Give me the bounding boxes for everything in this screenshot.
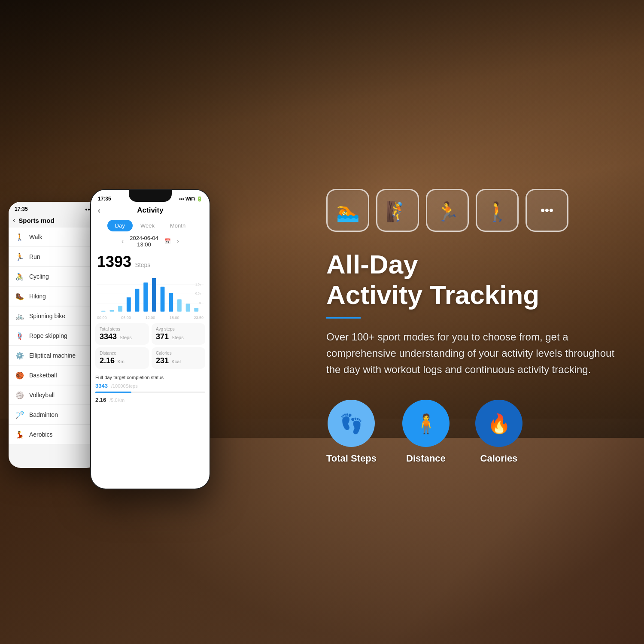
total-steps-label: Total Steps <box>326 453 377 464</box>
date-navigator: ‹ 2024-06-04 13:00 📅 › <box>91 233 210 249</box>
sport-item-icon: 🚲 <box>15 311 25 321</box>
sports-mode-title: Sports mod <box>18 217 54 224</box>
distance-target-goal: /5.0Km <box>109 398 125 403</box>
status-icons: ▪▪▪ WiFi 🔋 <box>179 196 203 202</box>
sports-mode-phone: 17:35 ●●● ‹ Sports mod 🚶Walk🏃Run🚴Cycling… <box>9 202 99 468</box>
sport-item-icon: ⚙️ <box>15 350 25 361</box>
content-wrapper: 17:35 ●●● ‹ Sports mod 🚶Walk🏃Run🚴Cycling… <box>0 0 644 644</box>
sport-item-icon: 🏐 <box>15 390 25 400</box>
steps-target-row: 3343 /10000Steps <box>95 383 205 389</box>
distance-circle: 🧍 <box>402 400 450 447</box>
distance-label: Distance <box>406 453 446 464</box>
svg-rect-7 <box>135 289 140 312</box>
sport-list-item[interactable]: 🚴Cycling <box>9 267 99 286</box>
x-label-4: 23:59 <box>194 316 204 320</box>
activity-title: Activity <box>137 206 163 215</box>
total-steps-feature: 👣 Total Steps <box>326 400 377 464</box>
activity-back-icon[interactable]: ‹ <box>98 206 100 215</box>
sport-item-name: Volleyball <box>29 392 55 398</box>
climbing-sport-icon: 🧗 <box>385 197 410 223</box>
sport-item-icon: 🏸 <box>15 410 25 420</box>
chart-x-labels: 00:00 06:00 12:00 18:00 23:59 <box>91 316 210 320</box>
steps-target-value: 3343 <box>95 383 108 389</box>
calories-circle: 🔥 <box>475 400 522 447</box>
chart-svg: 1.0k 0.6k 0 <box>97 274 204 314</box>
target-section: Full-day target completion status 3343 /… <box>91 372 210 406</box>
svg-rect-6 <box>127 297 131 311</box>
sport-item-name: Run <box>29 253 40 260</box>
svg-rect-14 <box>194 308 198 312</box>
distance-value: 2.16 Km <box>100 356 145 365</box>
sport-list-item[interactable]: 💃Aerobics <box>9 425 99 444</box>
sport-item-name: Badminton <box>29 411 58 418</box>
calories-value: 231 Kcal <box>156 356 201 365</box>
svg-text:🚶: 🚶 <box>486 200 509 223</box>
sport-item-icon: 🚴 <box>15 271 25 282</box>
back-arrow-icon[interactable]: ‹ <box>13 216 15 224</box>
running-icon-box: 🏃 <box>426 189 469 232</box>
swimming-sport-icon: 🏊 <box>335 197 361 223</box>
svg-rect-4 <box>110 310 114 312</box>
svg-rect-12 <box>177 299 182 312</box>
sport-list-item[interactable]: ⚙️Elliptical machine <box>9 346 99 365</box>
sport-item-icon: 🥾 <box>15 291 25 301</box>
svg-rect-3 <box>101 311 106 312</box>
sport-list-item[interactable]: 🏀Basketball <box>9 366 99 385</box>
svg-rect-5 <box>118 306 122 312</box>
sport-item-icon: 🏃 <box>15 252 25 262</box>
sport-icons-row: 🏊 🧗 🏃 🚶 ••• <box>326 189 618 232</box>
svg-rect-11 <box>169 293 173 312</box>
sport-item-icon: 🪢 <box>15 331 25 341</box>
sport-item-icon: 🚶 <box>15 232 25 242</box>
tab-day[interactable]: Day <box>107 220 133 231</box>
sport-list-item[interactable]: 🚲Spinning bike <box>9 307 99 326</box>
stats-grid: Total steps 3343 Steps Avg steps 371 Ste… <box>91 320 210 372</box>
sport-list-item[interactable]: 🏃Run <box>9 247 99 267</box>
date-calendar-icon[interactable]: 📅 <box>164 238 171 244</box>
svg-text:0: 0 <box>199 301 201 304</box>
footsteps-icon: 👣 <box>338 410 364 436</box>
svg-text:🏃: 🏃 <box>436 200 459 223</box>
next-date-button[interactable]: › <box>177 237 179 245</box>
wifi-icon: WiFi <box>185 196 195 201</box>
sport-list-item[interactable]: 🏸Badminton <box>9 405 99 425</box>
avg-steps-card: Avg steps 371 Steps <box>152 323 205 345</box>
phone-notch <box>129 190 172 202</box>
sport-list-item[interactable]: 🚶Walk <box>9 228 99 247</box>
distance-label: Distance <box>100 351 145 355</box>
target-title: Full-day target completion status <box>95 375 205 380</box>
back-status-time: 17:35 <box>15 206 28 212</box>
activity-tab-bar: Day Week Month <box>91 218 210 233</box>
calories-feature: 🔥 Calories <box>475 400 522 464</box>
steps-target-goal: /10000Steps <box>111 383 138 389</box>
walking-icon-box: 🚶 <box>476 189 519 232</box>
more-sports-icon-box[interactable]: ••• <box>526 189 568 232</box>
tab-week[interactable]: Week <box>133 220 162 231</box>
heading-divider <box>326 317 361 319</box>
walking-sport-icon: 🚶 <box>484 197 510 223</box>
total-steps-value: 3343 Steps <box>100 332 145 341</box>
calories-label: Calories <box>156 351 201 355</box>
prev-date-button[interactable]: ‹ <box>122 237 124 245</box>
heading-line2: Activity Tracking <box>326 279 618 310</box>
total-steps-label: Total steps <box>100 327 145 331</box>
tab-month[interactable]: Month <box>162 220 193 231</box>
svg-rect-8 <box>143 283 148 312</box>
sport-list-item[interactable]: 🪢Rope skipping <box>9 326 99 346</box>
signal-icon: ▪▪▪ <box>179 196 184 201</box>
sport-list-item[interactable]: 🥾Hiking <box>9 287 99 306</box>
feature-icons-row: 👣 Total Steps 🧍 Distance 🔥 <box>326 400 618 464</box>
main-description: Over 100+ sport modes for you to choose … <box>326 329 618 378</box>
sport-item-name: Aerobics <box>29 431 52 438</box>
sport-item-name: Hiking <box>29 293 46 300</box>
back-phone-status: 17:35 ●●● <box>9 202 99 214</box>
sport-item-name: Rope skipping <box>29 332 67 339</box>
distance-target-value: 2.16 <box>95 397 106 403</box>
svg-text:1.0k: 1.0k <box>195 283 201 286</box>
x-label-2: 12:00 <box>146 316 155 320</box>
distance-feature: 🧍 Distance <box>402 400 450 464</box>
svg-rect-13 <box>186 304 190 312</box>
x-label-0: 00:00 <box>97 316 107 320</box>
avg-steps-label: Avg steps <box>156 327 201 331</box>
sport-list-item[interactable]: 🏐Volleyball <box>9 386 99 405</box>
